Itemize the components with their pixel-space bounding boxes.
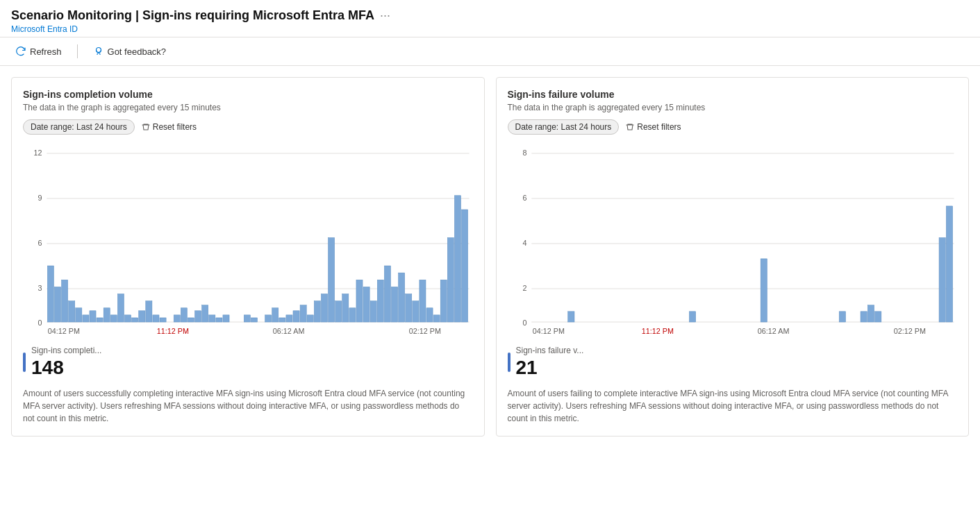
svg-text:9: 9: [38, 194, 42, 202]
svg-text:6: 6: [38, 239, 42, 247]
failure-chart-area: 8 6 4 2 0 04:12 PM 11:12 PM 06:12 AM 02:…: [508, 143, 958, 337]
completion-legend-row: Sign-ins completi... 148: [23, 346, 473, 379]
svg-rect-85: [861, 312, 867, 322]
svg-rect-20: [110, 315, 117, 322]
refresh-icon: [15, 46, 26, 57]
svg-rect-23: [132, 318, 138, 322]
svg-rect-15: [76, 308, 82, 322]
failure-reset-filters[interactable]: Reset filters: [626, 122, 681, 132]
svg-text:06:12 AM: 06:12 AM: [273, 327, 305, 335]
svg-text:02:12 PM: 02:12 PM: [409, 327, 441, 335]
svg-rect-39: [272, 308, 279, 322]
svg-text:4: 4: [522, 239, 526, 247]
completion-volume-card: Sign-ins completion volume The data in t…: [11, 77, 485, 437]
svg-rect-56: [391, 287, 397, 322]
svg-rect-54: [377, 280, 383, 322]
feedback-label: Got feedback?: [108, 46, 167, 57]
failure-date-range[interactable]: Date range: Last 24 hours: [508, 119, 620, 135]
svg-rect-47: [329, 238, 335, 323]
completion-reset-filters[interactable]: Reset filters: [142, 122, 197, 132]
svg-rect-30: [188, 318, 194, 322]
svg-rect-48: [335, 301, 342, 322]
svg-rect-60: [420, 280, 426, 322]
svg-rect-66: [462, 210, 468, 322]
svg-rect-51: [356, 280, 363, 322]
svg-rect-45: [314, 301, 320, 322]
completion-chart-svg: 12 9 6 3 0 04:12 PM 11:12 PM 06:12 AM 02…: [23, 143, 473, 337]
svg-rect-40: [279, 318, 285, 322]
svg-rect-64: [447, 238, 454, 323]
svg-rect-27: [160, 318, 166, 322]
page-header: Scenario Monitoring | Sign-ins requiring…: [0, 0, 980, 37]
svg-rect-81: [567, 312, 574, 322]
toolbar-divider: [77, 44, 78, 58]
svg-rect-33: [209, 315, 215, 322]
completion-filter-row: Date range: Last 24 hours Reset filters: [23, 119, 473, 135]
svg-rect-65: [454, 196, 460, 322]
svg-text:0: 0: [38, 319, 42, 327]
svg-rect-57: [399, 273, 405, 322]
svg-rect-62: [433, 315, 440, 322]
svg-text:11:12 PM: 11:12 PM: [641, 327, 673, 335]
svg-text:04:12 PM: 04:12 PM: [532, 327, 564, 335]
completion-date-range[interactable]: Date range: Last 24 hours: [23, 119, 135, 135]
failure-filter-row: Date range: Last 24 hours Reset filters: [508, 119, 958, 135]
page-subtitle: Microsoft Entra ID: [11, 24, 969, 34]
svg-rect-87: [874, 312, 881, 322]
refresh-button[interactable]: Refresh: [11, 43, 66, 60]
completion-chart-area: 12 9 6 3 0 04:12 PM 11:12 PM 06:12 AM 02…: [23, 143, 473, 337]
svg-rect-83: [761, 259, 767, 322]
svg-rect-55: [384, 266, 390, 322]
svg-rect-17: [90, 311, 96, 322]
completion-metric-value: 148: [31, 357, 101, 379]
svg-rect-31: [195, 311, 201, 322]
svg-rect-14: [69, 301, 75, 322]
svg-rect-13: [62, 280, 68, 322]
feedback-button[interactable]: Got feedback?: [89, 43, 171, 60]
completion-legend-bar: [23, 353, 26, 372]
page-title: Scenario Monitoring | Sign-ins requiring…: [11, 8, 374, 23]
svg-text:02:12 PM: 02:12 PM: [893, 327, 925, 335]
svg-rect-46: [321, 294, 327, 323]
failure-legend-row: Sign-ins failure v... 21: [508, 346, 958, 379]
svg-rect-24: [139, 311, 145, 322]
svg-rect-22: [124, 315, 131, 322]
failure-legend-label: Sign-ins failure v...: [516, 346, 584, 355]
svg-rect-12: [54, 287, 60, 322]
toolbar: Refresh Got feedback?: [0, 37, 980, 66]
svg-text:3: 3: [38, 284, 42, 292]
completion-chart-title: Sign-ins completion volume: [23, 89, 473, 100]
svg-text:6: 6: [522, 194, 526, 202]
svg-rect-88: [939, 238, 945, 323]
svg-rect-50: [349, 308, 356, 322]
svg-rect-35: [223, 315, 229, 322]
completion-description: Amount of users successfully completing …: [23, 387, 473, 425]
more-options-icon[interactable]: ···: [380, 8, 390, 23]
svg-rect-11: [47, 266, 53, 322]
failure-metric-value: 21: [516, 357, 584, 379]
failure-chart-svg: 8 6 4 2 0 04:12 PM 11:12 PM 06:12 AM 02:…: [508, 143, 958, 337]
refresh-label: Refresh: [30, 46, 62, 57]
svg-rect-36: [244, 315, 250, 322]
feedback-icon: [93, 46, 104, 57]
svg-text:2: 2: [522, 284, 526, 292]
svg-rect-52: [363, 287, 369, 322]
completion-chart-subtitle: The data in the graph is aggregated ever…: [23, 103, 473, 112]
failure-description: Amount of users failing to complete inte…: [508, 387, 958, 425]
svg-rect-37: [251, 318, 257, 322]
svg-rect-41: [286, 315, 292, 322]
svg-rect-59: [413, 301, 419, 322]
svg-text:0: 0: [522, 319, 526, 327]
svg-rect-63: [440, 280, 447, 322]
svg-rect-44: [307, 315, 313, 322]
svg-rect-58: [406, 294, 412, 323]
svg-rect-49: [342, 294, 349, 323]
svg-rect-42: [293, 311, 299, 322]
failure-chart-subtitle: The data in the graph is aggregated ever…: [508, 103, 958, 112]
svg-text:12: 12: [33, 149, 42, 157]
svg-rect-21: [117, 294, 124, 323]
svg-rect-26: [153, 315, 159, 322]
failure-volume-card: Sign-ins failure volume The data in the …: [496, 77, 970, 437]
svg-rect-28: [174, 315, 180, 322]
svg-rect-38: [265, 315, 272, 322]
